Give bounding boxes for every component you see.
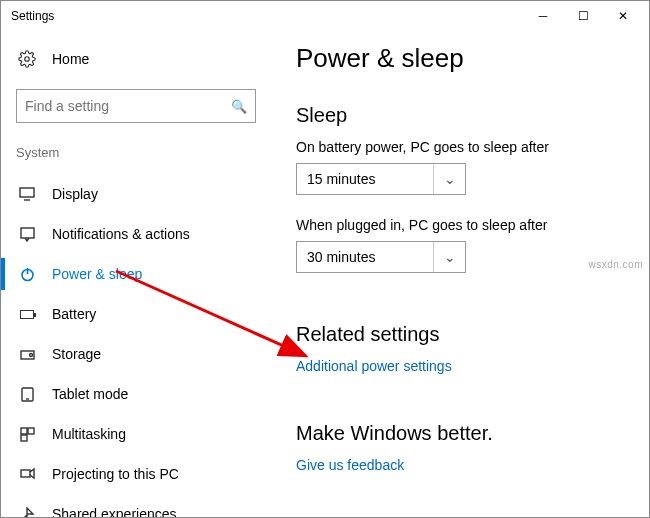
window-controls: ─ ☐ ✕ [523,1,643,31]
sidebar-item-label: Battery [52,306,96,322]
search-icon: 🔍 [231,99,247,114]
additional-power-settings-link[interactable]: Additional power settings [296,358,452,374]
chevron-down-icon: ⌄ [433,242,465,272]
sidebar-item-notifications[interactable]: Notifications & actions [16,214,266,254]
svg-rect-11 [28,428,34,434]
sidebar-item-label: Notifications & actions [52,226,190,242]
sidebar-item-projecting[interactable]: Projecting to this PC [16,454,266,494]
sidebar-item-shared[interactable]: Shared experiences [16,494,266,517]
sidebar-item-label: Multitasking [52,426,126,442]
storage-icon [16,347,38,362]
home-label: Home [52,51,89,67]
battery-sleep-text: On battery power, PC goes to sleep after [296,139,629,155]
plugged-sleep-value: 30 minutes [307,249,375,265]
sidebar-item-label: Tablet mode [52,386,128,402]
svg-point-7 [29,353,32,356]
plugged-sleep-text: When plugged in, PC goes to sleep after [296,217,629,233]
battery-sleep-select[interactable]: 15 minutes ⌄ [296,163,466,195]
home-button[interactable]: Home [16,41,266,77]
sidebar-item-label: Shared experiences [52,506,177,517]
sidebar-item-power-sleep[interactable]: Power & sleep [16,254,266,294]
svg-rect-13 [21,470,30,477]
sidebar-item-display[interactable]: Display [16,174,266,214]
close-button[interactable]: ✕ [603,1,643,31]
notifications-icon [16,227,38,242]
window-title: Settings [11,9,523,23]
content-area: Home 🔍 System Display Notifications & ac… [1,31,649,517]
svg-point-0 [25,57,30,62]
titlebar: Settings ─ ☐ ✕ [1,1,649,31]
main-panel: Power & sleep Sleep On battery power, PC… [266,31,649,517]
tablet-icon [16,387,38,402]
battery-icon [16,310,38,319]
feedback-link[interactable]: Give us feedback [296,457,404,473]
sidebar-item-label: Display [52,186,98,202]
plugged-sleep-select[interactable]: 30 minutes ⌄ [296,241,466,273]
sidebar-item-battery[interactable]: Battery [16,294,266,334]
projecting-icon [16,467,38,482]
sidebar-item-storage[interactable]: Storage [16,334,266,374]
sidebar-item-tablet-mode[interactable]: Tablet mode [16,374,266,414]
chevron-down-icon: ⌄ [433,164,465,194]
watermark: wsxdn.com [588,259,643,270]
page-title: Power & sleep [296,43,629,74]
svg-rect-12 [21,435,27,441]
multitasking-icon [16,427,38,442]
sidebar-item-multitasking[interactable]: Multitasking [16,414,266,454]
search-field[interactable] [25,98,231,114]
group-label: System [16,145,266,160]
related-heading: Related settings [296,323,629,346]
battery-sleep-value: 15 minutes [307,171,375,187]
minimize-button[interactable]: ─ [523,1,563,31]
power-icon [16,267,38,282]
shared-icon [16,507,38,518]
settings-window: Settings ─ ☐ ✕ Home 🔍 System Display [0,0,650,518]
sidebar-item-label: Power & sleep [52,266,142,282]
sidebar: Home 🔍 System Display Notifications & ac… [1,31,266,517]
display-icon [16,187,38,201]
sidebar-item-label: Projecting to this PC [52,466,179,482]
maximize-button[interactable]: ☐ [563,1,603,31]
svg-rect-10 [21,428,27,434]
gear-icon [16,50,38,68]
better-heading: Make Windows better. [296,422,629,445]
svg-rect-1 [20,188,34,197]
sleep-heading: Sleep [296,104,629,127]
search-input[interactable]: 🔍 [16,89,256,123]
svg-rect-3 [21,228,34,238]
sidebar-item-label: Storage [52,346,101,362]
